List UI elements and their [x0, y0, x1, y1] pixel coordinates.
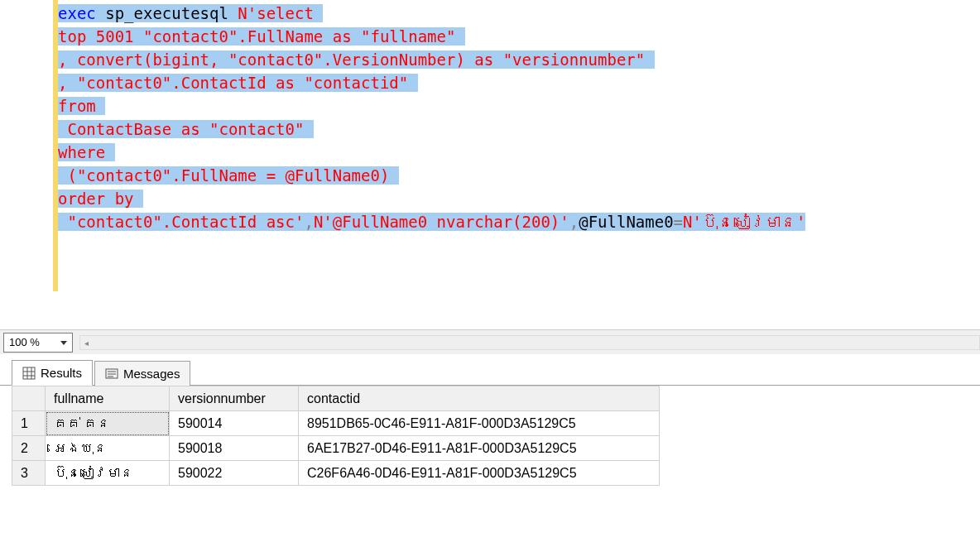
row-number[interactable]: 2 [12, 436, 46, 461]
cell-versionnumber[interactable]: 590014 [170, 411, 299, 436]
editor-gutter [22, 0, 58, 291]
code-token: top 5001 "contact0".FullName as "fullnam… [58, 27, 465, 46]
code-line: where [58, 141, 980, 164]
table-row[interactable]: 3ប៊ុនសៀវមាន590022C26F6A46-0D46-E911-A81F… [12, 461, 660, 486]
col-header-fullname[interactable]: fullname [46, 386, 170, 411]
code-line: , "contact0".ContactId as "contactid" [58, 71, 980, 94]
table-row[interactable]: 1គគ់ គន5900148951DB65-0C46-E911-A81F-000… [12, 411, 660, 436]
code-token: N'@FullName0 nvarchar(200)' [314, 213, 569, 231]
code-token: sp_executesql [96, 4, 238, 22]
cell-contactid[interactable]: 8951DB65-0C46-E911-A81F-000D3A5129C5 [299, 411, 660, 436]
code-token: @FullName0 [579, 213, 673, 231]
cell-contactid[interactable]: 6AE17B27-0D46-E911-A81F-000D3A5129C5 [299, 436, 660, 461]
grid-icon [22, 367, 36, 380]
editor-left-margin [0, 0, 22, 329]
code-line: from [58, 94, 980, 118]
row-number[interactable]: 1 [12, 411, 46, 436]
horizontal-scrollbar[interactable]: ◂ [79, 335, 980, 350]
results-grid-wrap: fullname versionnumber contactid 1គគ់ គន… [0, 386, 980, 486]
code-token: ("contact0".FullName = @FullName0) [58, 166, 399, 185]
zoom-bar: 100 % ◂ [0, 329, 980, 354]
code-token: N'select [238, 4, 323, 22]
code-line: ContactBase as "contact0" [58, 118, 980, 141]
code-line: order by [58, 187, 980, 210]
code-token: from [58, 97, 105, 115]
row-number[interactable]: 3 [12, 461, 46, 486]
tab-messages[interactable]: Messages [94, 361, 190, 386]
cell-fullname[interactable]: អេងឃុន [46, 436, 170, 461]
tab-messages-label: Messages [123, 367, 180, 381]
cell-versionnumber[interactable]: 590018 [170, 436, 299, 461]
code-token: exec [58, 4, 96, 22]
sql-editor: exec sp_executesql N'select top 5001 "co… [0, 0, 980, 329]
zoom-value: 100 % [9, 336, 40, 348]
tab-results[interactable]: Results [12, 360, 93, 386]
code-token: , [304, 213, 313, 231]
code-line: "contact0".ContactId asc',N'@FullName0 n… [58, 210, 980, 233]
results-tabs: Results Messages [0, 356, 980, 386]
table-row[interactable]: 2អេងឃុន5900186AE17B27-0D46-E911-A81F-000… [12, 436, 660, 461]
sql-code[interactable]: exec sp_executesql N'select top 5001 "co… [58, 0, 980, 329]
code-token: = [674, 213, 683, 231]
code-line: ("contact0".FullName = @FullName0) [58, 164, 980, 187]
cell-fullname[interactable]: គគ់ គន [46, 411, 170, 436]
messages-icon [105, 367, 118, 381]
cell-contactid[interactable]: C26F6A46-0D46-E911-A81F-000D3A5129C5 [299, 461, 660, 486]
code-token: order by [58, 190, 143, 208]
corner-cell[interactable] [12, 386, 46, 411]
code-token: , convert(bigint, "contact0".VersionNumb… [58, 50, 655, 69]
scroll-left-arrow[interactable]: ◂ [80, 336, 92, 349]
code-token: , [569, 213, 579, 231]
code-line: top 5001 "contact0".FullName as "fullnam… [58, 25, 980, 48]
svg-rect-0 [23, 367, 35, 379]
code-token: "contact0".ContactId asc' [58, 213, 304, 231]
zoom-combo[interactable]: 100 % [3, 333, 73, 353]
col-header-versionnumber[interactable]: versionnumber [170, 386, 299, 411]
results-grid[interactable]: fullname versionnumber contactid 1គគ់ គន… [12, 386, 660, 486]
code-line: exec sp_executesql N'select [58, 2, 980, 25]
header-row: fullname versionnumber contactid [12, 386, 660, 411]
code-line: , convert(bigint, "contact0".VersionNumb… [58, 48, 980, 71]
cell-versionnumber[interactable]: 590022 [170, 461, 299, 486]
code-token: where [58, 143, 115, 161]
col-header-contactid[interactable]: contactid [299, 386, 660, 411]
tab-results-label: Results [41, 366, 82, 380]
cell-fullname[interactable]: ប៊ុនសៀវមាន [46, 461, 170, 486]
code-token: , "contact0".ContactId as "contactid" [58, 74, 418, 92]
code-token: ContactBase as "contact0" [58, 120, 314, 138]
code-token: N'ប៊ុនសៀវមាន' [683, 213, 805, 231]
